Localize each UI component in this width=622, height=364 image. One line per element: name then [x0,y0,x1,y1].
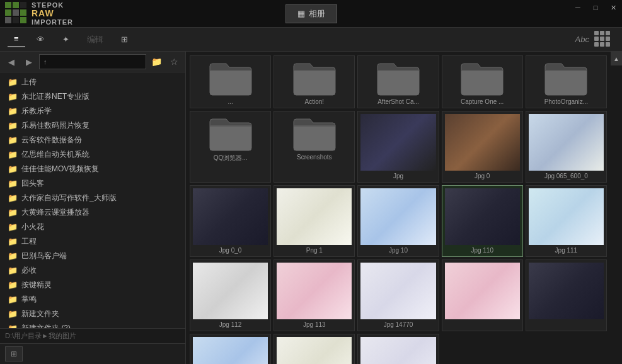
sidebar-item[interactable]: 📁东北证券NET专业版 [0,89,185,104]
thumbnail-label: ... [193,98,268,105]
layers-icon: ⊞ [121,35,128,44]
sidebar-item[interactable]: 📁回头客 [0,176,185,191]
thumbnail-item[interactable]: Capture One ... [442,55,523,108]
thumbnail-item[interactable]: Jpg 0 [442,111,523,183]
window-controls: ─ □ ✕ [569,0,622,15]
thumbnail-item[interactable]: Jpg 14770 [357,259,439,331]
sidebar-item[interactable]: 📁必收 [0,263,185,278]
sidebar-item[interactable]: 📁大黄蜂云课堂播放器 [0,205,185,220]
sidebar-item[interactable]: 📁新建文件夹 (2) [0,321,185,328]
sidebar-forward-btn[interactable]: ▶ [21,54,37,69]
thumbnail-item[interactable] [274,334,355,364]
album-button[interactable]: ▦ 相册 [285,4,337,23]
sidebar: ◀ ▶ ↑ 📁 ☆ 📁上传📁东北证券NET专业版📁乐教乐学📁乐易佳数码照片恢复📁… [0,52,186,364]
sidebar-item[interactable]: 📁新建文件夹 [0,307,185,321]
sidebar-up-arrow: ↑ [43,58,47,65]
list-icon: ≡ [14,34,19,43]
sidebar-item[interactable]: 📁云客软件数据备份 [0,133,185,147]
sidebar-item[interactable]: 📁上传 [0,75,185,89]
right-panel[interactable]: ▲ ... Action! [186,52,622,364]
thumbnail-item[interactable]: Jpg 0_0 [190,185,271,257]
thumbnail-item[interactable]: AfterShot Ca... [357,55,439,108]
app-name-line2: RAW [32,9,73,18]
edit-label: 编輯 [87,34,103,45]
sidebar-item[interactable]: 📁亿思维自动关机系统 [0,147,185,162]
thumbnail-label: Png 1 [277,247,352,254]
sidebar-back-btn[interactable]: ◀ [4,54,19,69]
sidebar-item[interactable]: 📁工程 [0,234,185,249]
sidebar-folder-new-btn[interactable]: 📁 [149,54,164,69]
thumbnail-item[interactable]: Jpg 113 [274,259,355,331]
image-thumbnail [193,263,268,319]
eye-icon: 👁 [37,35,45,44]
folder-icon: 📁 [8,121,18,130]
thumbnail-label: Jpg 065_600_0 [529,173,604,179]
logo-text: STEPOK RAW IMPORTER [32,1,73,26]
thumbnail-item[interactable] [526,259,607,331]
toolbar-layers-btn[interactable]: ⊞ [115,32,134,47]
sidebar-toolbar: ◀ ▶ ↑ 📁 ☆ [0,52,185,72]
thumbnail-item[interactable] [190,334,271,364]
image-thumbnail [277,263,352,319]
thumbnail-item[interactable]: Jpg 111 [526,185,607,257]
sidebar-item[interactable]: 📁佳佳佳能MOV视频恢复 [0,162,185,176]
thumbnail-item[interactable]: PhotoOrganiz... [526,55,607,108]
thumbnail-item[interactable]: Jpg 110 [442,185,523,257]
thumbnail-item[interactable]: Jpg 112 [190,259,271,331]
folder-thumbnail [292,59,337,96]
folder-icon: 📁 [8,237,18,246]
sidebar-item[interactable]: 📁巴别鸟客户端 [0,249,185,263]
folder-thumbnail [460,59,504,96]
sidebar-item[interactable]: 📁乐易佳数码照片恢复 [0,118,185,133]
folder-icon: 📁 [8,222,18,232]
thumbnail-label: Capture One ... [445,98,520,105]
thumbnail-label: Jpg 110 [445,247,520,254]
sidebar-add-btn[interactable]: ⊞ [5,346,23,361]
image-thumbnail [529,263,604,319]
app-name-line3: IMPORTER [32,18,73,26]
sidebar-star-btn[interactable]: ☆ [166,54,181,69]
image-thumbnail [360,263,435,319]
thumbnail-label: Screenshots [277,154,352,161]
thumbnail-label: Jpg 14770 [360,321,435,328]
star-icon: ✦ [62,35,69,44]
thumbnail-item[interactable]: Jpg 065_600_0 [526,111,607,183]
scroll-up-button[interactable]: ▲ [611,52,622,65]
thumbnail-item[interactable] [357,334,439,364]
thumbnail-label: Jpg 0 [445,173,520,179]
sidebar-item[interactable]: 📁大作家自动写作软件_大师版 [0,191,185,205]
toolbar-edit-btn[interactable]: 编輯 [81,31,110,48]
thumbnail-label: AfterShot Ca... [360,98,435,105]
album-icon: ▦ [297,9,305,18]
image-thumbnail [445,188,520,245]
thumbnail-item[interactable]: ... [190,55,271,108]
maximize-button[interactable]: □ [587,0,604,15]
sidebar-item[interactable]: 📁按键精灵 [0,278,185,292]
folder-icon: 📁 [8,106,18,116]
grid-view-button[interactable] [594,31,614,48]
minimize-button[interactable]: ─ [569,0,587,15]
image-thumbnail [193,337,268,364]
image-thumbnail [193,188,268,245]
thumbnail-item[interactable]: QQ浏览器... [190,111,271,183]
sidebar-item[interactable]: 📁掌鸣 [0,292,185,307]
folder-icon: 📁 [8,266,18,275]
toolbar-star-btn[interactable]: ✦ [56,32,76,47]
image-thumbnail [277,188,352,245]
close-button[interactable]: ✕ [604,0,622,15]
sidebar-folder-list[interactable]: 📁上传📁东北证券NET专业版📁乐教乐学📁乐易佳数码照片恢复📁云客软件数据备份📁亿… [0,72,185,328]
thumbnail-item[interactable]: Action! [274,55,355,108]
folder-icon: 📁 [8,179,18,188]
folder-thumbnail [209,59,253,96]
thumbnail-item[interactable]: Png 1 [274,185,355,257]
thumbnail-item[interactable] [442,259,523,331]
thumbnail-item[interactable]: Screenshots [274,111,355,183]
toolbar-list-btn[interactable]: ≡ [8,31,25,47]
thumbnail-label: Action! [277,98,352,105]
sidebar-item[interactable]: 📁小火花 [0,220,185,234]
toolbar-eye-btn[interactable]: 👁 [30,32,51,47]
thumbnail-item[interactable]: Jpg [357,111,439,183]
album-label: 相册 [309,8,325,20]
sidebar-item[interactable]: 📁乐教乐学 [0,104,185,118]
thumbnail-item[interactable]: Jpg 10 [357,185,439,257]
